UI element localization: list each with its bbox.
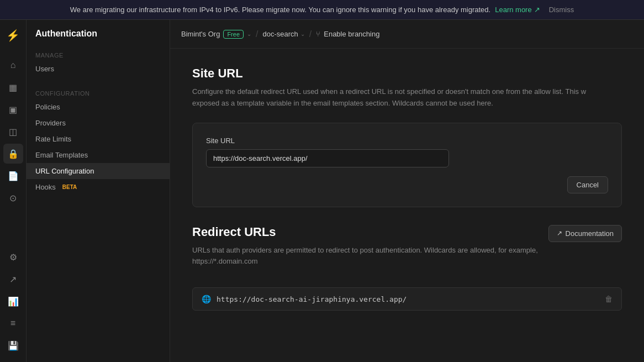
sidebar-icon-home[interactable]: ⌂ (3, 55, 23, 75)
migration-banner: We are migrating our infrastructure from… (0, 0, 644, 20)
topbar-sep-1: / (256, 29, 258, 39)
redirect-urls-desc: URLs that auth providers are permitted t… (192, 245, 548, 268)
sidebar-icon-file[interactable]: 📄 (3, 166, 23, 186)
nav-item-policies[interactable]: Policies (27, 99, 170, 115)
site-url-card-footer: Cancel (206, 167, 608, 193)
left-nav: Authentication Manage Users Configuratio… (27, 20, 170, 362)
icon-sidebar: ⚡ ⌂ ▦ ▣ ◫ 🔒 📄 ⊙ ⚙ ↗ 📊 ≡ 💾 (0, 20, 27, 362)
org-name: Bimint's Org (181, 30, 220, 38)
branch-icon: ⑂ (316, 30, 320, 38)
doc-btn-label: Documentation (566, 229, 614, 238)
project-chevron-icon: ⌄ (300, 31, 305, 37)
sidebar-icon-settings[interactable]: ⚙ (3, 247, 23, 267)
nav-hooks-label: Hooks (35, 183, 56, 191)
site-url-card: Site URL Cancel (192, 123, 622, 207)
site-url-section: Site URL Configure the default redirect … (192, 66, 622, 207)
banner-dismiss-button[interactable]: Dismiss (549, 6, 574, 14)
site-url-title: Site URL (192, 66, 622, 81)
redirect-urls-section: Redirect URLs URLs that auth providers a… (192, 225, 622, 311)
banner-learn-more-label: Learn more (495, 6, 531, 14)
nav-users-label: Users (35, 65, 54, 73)
doc-external-icon: ↗ (557, 229, 562, 237)
sidebar-icon-arrow[interactable]: ↗ (3, 269, 23, 289)
sidebar-icon-list[interactable]: ≡ (3, 313, 23, 333)
config-section-label: Configuration (27, 86, 170, 99)
branch-label: Enable branching (324, 30, 379, 38)
left-nav-title: Authentication (27, 29, 170, 48)
redirect-urls-header-left: Redirect URLs URLs that auth providers a… (192, 225, 548, 281)
cancel-button[interactable]: Cancel (567, 176, 608, 193)
topbar-project[interactable]: doc-search ⌄ (262, 30, 304, 38)
org-plan-badge: Free (223, 30, 244, 39)
app-layout: ⚡ ⌂ ▦ ▣ ◫ 🔒 📄 ⊙ ⚙ ↗ 📊 ≡ 💾 Authentication… (0, 20, 644, 362)
redirect-url-row: 🌐 https://doc-search-ai-jiraphinya.verce… (192, 287, 622, 311)
nav-item-providers[interactable]: Providers (27, 115, 170, 131)
org-chevron-icon: ⌄ (247, 31, 251, 37)
redirect-urls-header: Redirect URLs URLs that auth providers a… (192, 225, 622, 281)
banner-message: We are migrating our infrastructure from… (70, 6, 490, 14)
nav-url-config-label: URL Configuration (35, 167, 94, 175)
topbar: Bimint's Org Free ⌄ / doc-search ⌄ / ⑂ E… (170, 20, 644, 49)
banner-learn-more-link[interactable]: Learn more ↗ (495, 6, 540, 14)
topbar-sep-2: / (309, 29, 312, 39)
sidebar-icon-image[interactable]: ▣ (3, 99, 23, 119)
manage-section-label: Manage (27, 48, 170, 61)
main-content: Bimint's Org Free ⌄ / doc-search ⌄ / ⑂ E… (170, 20, 644, 362)
nav-item-email-templates[interactable]: Email Templates (27, 147, 170, 163)
site-url-field-label: Site URL (206, 137, 608, 145)
project-name: doc-search (262, 30, 298, 38)
nav-email-templates-label: Email Templates (35, 151, 88, 159)
redirect-urls-title: Redirect URLs (192, 225, 548, 239)
sidebar-icon-globe[interactable]: ⊙ (3, 188, 23, 208)
globe-icon: 🌐 (202, 295, 211, 303)
hooks-beta-badge: BETA (62, 184, 77, 190)
topbar-branch[interactable]: ⑂ Enable branching (316, 30, 379, 38)
site-url-input[interactable] (206, 149, 449, 167)
sidebar-icon-chart[interactable]: 📊 (3, 291, 23, 311)
nav-rate-limits-label: Rate Limits (35, 135, 71, 143)
sidebar-icon-auth[interactable]: 🔒 (3, 144, 23, 164)
documentation-button[interactable]: ↗ Documentation (548, 225, 622, 242)
nav-item-rate-limits[interactable]: Rate Limits (27, 131, 170, 147)
nav-policies-label: Policies (35, 103, 60, 111)
nav-providers-label: Providers (35, 119, 66, 127)
app-logo[interactable]: ⚡ (4, 27, 22, 44)
nav-item-url-config[interactable]: URL Configuration (27, 163, 170, 179)
redirect-url-text: https://doc-search-ai-jiraphinya.vercel.… (217, 295, 599, 303)
content-area: Site URL Configure the default redirect … (170, 49, 644, 328)
sidebar-icon-table[interactable]: ▦ (3, 77, 23, 97)
delete-url-button[interactable]: 🗑 (605, 295, 613, 303)
topbar-org[interactable]: Bimint's Org Free ⌄ (181, 30, 251, 39)
site-url-desc: Configure the default redirect URL used … (192, 86, 612, 109)
nav-item-users[interactable]: Users (27, 61, 170, 77)
external-link-icon: ↗ (534, 6, 540, 14)
nav-item-hooks[interactable]: Hooks BETA (27, 179, 170, 195)
sidebar-icon-save[interactable]: 💾 (3, 335, 23, 355)
sidebar-icon-database[interactable]: ◫ (3, 122, 23, 141)
